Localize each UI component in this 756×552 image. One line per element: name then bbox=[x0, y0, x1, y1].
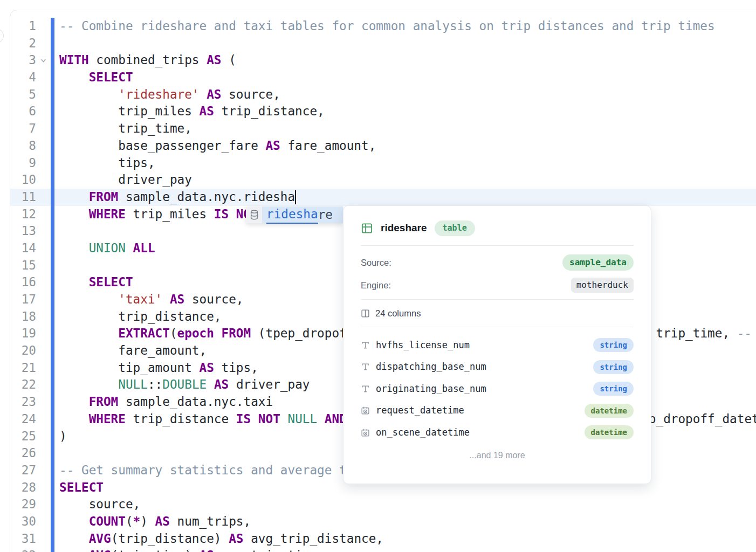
line-number[interactable]: 21 bbox=[10, 360, 36, 377]
code-text: -- Get summary statistics and average t bbox=[51, 462, 347, 479]
code-line[interactable]: 32 AVG(trip_time) AS avg_trip_time, bbox=[10, 547, 756, 552]
line-number[interactable]: 11 bbox=[10, 189, 36, 206]
autocomplete-item-rideshare[interactable]: rideshare bbox=[262, 206, 343, 223]
code-line[interactable]: 31 AVG(trip_distance) AS avg_trip_distan… bbox=[10, 530, 756, 548]
line-number[interactable]: 23 bbox=[10, 394, 36, 411]
line-number[interactable]: 13 bbox=[10, 223, 36, 240]
code-text: WITH combined_trips AS ( bbox=[51, 52, 236, 69]
code-text: FROM sample_data.nyc.taxi bbox=[51, 394, 273, 411]
line-number[interactable]: 12 bbox=[10, 206, 36, 223]
fold-gutter bbox=[36, 291, 51, 308]
line-number[interactable]: 17 bbox=[10, 291, 36, 308]
line-number[interactable]: 15 bbox=[10, 257, 36, 274]
code-line[interactable]: 30 COUNT(*) AS num_trips, bbox=[10, 513, 756, 530]
line-number[interactable]: 32 bbox=[10, 547, 36, 552]
column-type-pill: string bbox=[593, 360, 634, 374]
fold-gutter bbox=[36, 35, 51, 52]
column-name: request_datetime bbox=[376, 406, 585, 415]
code-line[interactable]: 1-- Combine rideshare and taxi tables fo… bbox=[10, 18, 756, 35]
string-type-icon bbox=[361, 341, 376, 350]
code-text: trip_miles AS trip_distance, bbox=[51, 103, 325, 120]
line-number[interactable]: 14 bbox=[10, 240, 36, 257]
fold-gutter bbox=[36, 155, 51, 172]
code-line[interactable]: 29 source, bbox=[10, 496, 756, 513]
line-number[interactable]: 2 bbox=[10, 35, 36, 52]
column-list: hvfhs_license_num string dispatching_bas… bbox=[361, 327, 634, 444]
table-name: rideshare bbox=[381, 222, 427, 234]
line-number[interactable]: 7 bbox=[10, 120, 36, 137]
line-number[interactable]: 5 bbox=[10, 86, 36, 104]
code-text: SELECT bbox=[51, 479, 104, 496]
line-number[interactable]: 10 bbox=[10, 171, 36, 189]
line-number[interactable]: 19 bbox=[10, 325, 36, 342]
line-number[interactable]: 29 bbox=[10, 496, 36, 513]
line-number[interactable]: 9 bbox=[10, 155, 36, 172]
line-number[interactable]: 30 bbox=[10, 513, 36, 530]
engine-value-pill: motherduck bbox=[571, 278, 634, 293]
line-number[interactable]: 1 bbox=[10, 18, 36, 35]
columns-icon bbox=[361, 309, 370, 318]
fold-gutter bbox=[36, 240, 51, 257]
code-text: COUNT(*) AS num_trips, bbox=[51, 513, 251, 530]
change-gutter-bar bbox=[51, 18, 54, 552]
table-type-badge: table bbox=[435, 220, 475, 236]
fold-gutter bbox=[36, 69, 51, 86]
line-number[interactable]: 27 bbox=[10, 462, 36, 479]
code-line[interactable]: 3WITH combined_trips AS ( bbox=[10, 52, 756, 69]
line-number[interactable]: 22 bbox=[10, 376, 36, 394]
fold-gutter bbox=[36, 394, 51, 411]
table-icon bbox=[361, 222, 373, 234]
line-number[interactable]: 16 bbox=[10, 274, 36, 291]
line-number[interactable]: 6 bbox=[10, 103, 36, 120]
text-cursor bbox=[295, 190, 296, 204]
code-line[interactable]: 2 bbox=[10, 35, 756, 52]
fold-gutter bbox=[36, 342, 51, 360]
code-text: trip_time, bbox=[51, 120, 192, 137]
code-text: SELECT bbox=[51, 69, 133, 86]
collapsed-panel-button[interactable] bbox=[0, 29, 4, 43]
code-text: 'taxi' AS source, bbox=[51, 291, 244, 308]
fold-gutter bbox=[36, 206, 51, 223]
code-text: base_passenger_fare AS fare_amount, bbox=[51, 137, 376, 155]
code-line[interactable]: 4 SELECT bbox=[10, 69, 756, 86]
fold-gutter bbox=[36, 411, 51, 428]
line-number[interactable]: 18 bbox=[10, 308, 36, 326]
line-number[interactable]: 4 bbox=[10, 69, 36, 86]
line-number[interactable]: 31 bbox=[10, 530, 36, 548]
columns-count-text: 24 columns bbox=[375, 308, 421, 319]
autocomplete-dropdown[interactable]: rideshare bbox=[246, 206, 343, 223]
code-line[interactable]: 7 trip_time, bbox=[10, 120, 756, 137]
code-line[interactable]: 5 'rideshare' AS source, bbox=[10, 86, 756, 104]
line-number[interactable]: 25 bbox=[10, 428, 36, 445]
more-columns-text: ...and 19 more bbox=[361, 451, 634, 460]
line-number[interactable]: 26 bbox=[10, 445, 36, 462]
line-number[interactable]: 28 bbox=[10, 479, 36, 496]
engine-label: Engine: bbox=[361, 280, 391, 291]
code-text: tip_amount AS tips, bbox=[51, 360, 258, 377]
code-text: FROM sample_data.nyc.ridesha bbox=[51, 189, 295, 206]
fold-gutter bbox=[36, 428, 51, 445]
fold-chevron-icon[interactable] bbox=[36, 52, 51, 69]
code-line[interactable]: 8 base_passenger_fare AS fare_amount, bbox=[10, 137, 756, 155]
code-line[interactable]: 6 trip_miles AS trip_distance, bbox=[10, 103, 756, 120]
line-number[interactable]: 20 bbox=[10, 342, 36, 360]
column-name: on_scene_datetime bbox=[376, 428, 585, 437]
column-row: on_scene_datetime datetime bbox=[361, 422, 634, 444]
code-text: driver_pay bbox=[51, 171, 192, 189]
line-number[interactable]: 24 bbox=[10, 411, 36, 428]
column-type-pill: datetime bbox=[585, 404, 634, 418]
fold-gutter bbox=[36, 189, 51, 206]
code-line[interactable]: 10 driver_pay bbox=[10, 171, 756, 189]
line-number[interactable]: 3 bbox=[10, 52, 36, 69]
code-text: fare_amount, bbox=[51, 342, 207, 360]
column-row: originating_base_num string bbox=[361, 378, 634, 400]
code-line[interactable]: 9 tips, bbox=[10, 155, 756, 172]
code-line[interactable]: 11 FROM sample_data.nyc.ridesha bbox=[10, 189, 756, 206]
code-text: NULL::DOUBLE AS driver_pay bbox=[51, 376, 310, 394]
code-text: UNION ALL bbox=[51, 240, 155, 257]
line-number[interactable]: 8 bbox=[10, 137, 36, 155]
autocomplete-matched-text: ridesha bbox=[266, 206, 318, 224]
datetime-type-icon bbox=[361, 406, 376, 415]
string-type-icon bbox=[361, 384, 376, 394]
code-text: source, bbox=[51, 496, 140, 513]
